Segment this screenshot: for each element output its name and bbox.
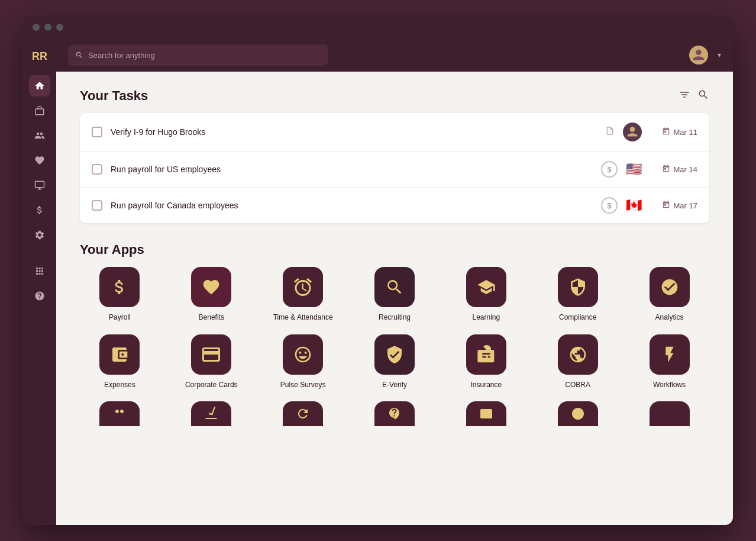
sidebar-item-people[interactable] xyxy=(29,125,50,146)
app-item-partial-7[interactable] xyxy=(629,401,709,426)
sidebar-item-addapps[interactable] xyxy=(29,260,50,282)
app-window: RR xyxy=(23,16,733,525)
task-checkbox-2[interactable] xyxy=(92,164,102,175)
app-label-payroll: Payroll xyxy=(109,313,131,323)
search-box[interactable]: Search for anything xyxy=(68,44,328,66)
benefits-icon xyxy=(191,267,231,307)
app-item-payroll[interactable]: Payroll xyxy=(80,267,160,323)
app-label-expenses: Expenses xyxy=(104,381,135,390)
workflows-icon xyxy=(650,334,690,375)
app-label-e-verify: E-Verify xyxy=(382,381,407,390)
sidebar: RR xyxy=(23,38,56,525)
insurance-icon xyxy=(466,334,506,375)
task-checkbox-1[interactable] xyxy=(92,127,102,137)
app-item-partial-6[interactable] xyxy=(538,401,618,426)
table-row: Verify I-9 for Hugo Brooks Mar 11 xyxy=(80,113,709,152)
app-item-partial-1[interactable] xyxy=(80,401,160,426)
task-list: Verify I-9 for Hugo Brooks Mar 11 xyxy=(80,113,709,223)
calendar-icon-1 xyxy=(662,127,670,137)
task-avatar-1 xyxy=(623,123,642,141)
app-item-expenses[interactable]: Expenses xyxy=(80,334,160,390)
apps-section-header: Your Apps xyxy=(80,242,709,257)
document-icon xyxy=(605,126,615,138)
pulse-surveys-icon xyxy=(283,334,323,375)
app-label-corporate-cards: Corporate Cards xyxy=(185,381,238,390)
sidebar-item-settings[interactable] xyxy=(29,224,50,246)
corporate-cards-icon xyxy=(191,334,231,375)
task-date-text-1: Mar 11 xyxy=(674,128,697,137)
tasks-section-header: Your Tasks xyxy=(80,88,709,104)
calendar-icon-2 xyxy=(662,165,670,175)
app-partial-icon-7 xyxy=(650,401,690,426)
task-label-1: Verify I-9 for Hugo Brooks xyxy=(111,127,597,137)
app-label-recruiting: Recruiting xyxy=(379,313,411,323)
app-label-analytics: Analytics xyxy=(655,313,684,323)
learning-icon xyxy=(466,267,506,307)
canada-flag: 🇨🇦 xyxy=(626,198,642,213)
task-date-2: Mar 14 xyxy=(650,165,697,175)
sidebar-item-dollar[interactable] xyxy=(29,199,50,221)
app-item-corporate-cards[interactable]: Corporate Cards xyxy=(172,334,251,390)
app-item-compliance[interactable]: Compliance xyxy=(538,267,618,323)
filter-icon[interactable] xyxy=(679,89,690,104)
search-placeholder: Search for anything xyxy=(88,51,155,60)
app-label-cobra: COBRA xyxy=(565,381,590,390)
app-item-partial-5[interactable] xyxy=(446,401,526,426)
task-checkbox-3[interactable] xyxy=(92,200,102,211)
app-item-pulse-surveys[interactable]: Pulse Surveys xyxy=(263,334,343,390)
app-item-recruiting[interactable]: Recruiting xyxy=(355,267,435,323)
content-wrapper: Search for anything ▾ Your Tasks xyxy=(56,38,733,525)
tasks-title: Your Tasks xyxy=(80,88,148,104)
user-avatar[interactable] xyxy=(689,46,708,65)
time-attendance-icon xyxy=(283,267,323,307)
calendar-icon-3 xyxy=(662,201,670,211)
titlebar-dot-1 xyxy=(33,24,40,31)
main-content: Your Tasks Verify I-9 for Hugo xyxy=(56,72,733,525)
sidebar-item-briefcase[interactable] xyxy=(29,100,50,121)
app-item-partial-3[interactable] xyxy=(263,401,343,426)
app-item-analytics[interactable]: Analytics xyxy=(629,267,709,323)
app-item-e-verify[interactable]: E-Verify xyxy=(355,334,435,390)
table-row: Run payroll for US employees $ 🇺🇸 Mar 14 xyxy=(80,152,709,188)
cobra-icon xyxy=(558,334,598,375)
payroll-icon xyxy=(99,267,140,307)
compliance-icon xyxy=(558,267,598,307)
apps-grid-row-1: Payroll Benefits Time & Atte xyxy=(80,267,709,323)
app-partial-icon-5 xyxy=(466,401,506,426)
app-label-compliance: Compliance xyxy=(559,313,596,323)
sidebar-item-help[interactable] xyxy=(29,285,50,307)
apps-grid-row-3 xyxy=(80,401,709,426)
svg-point-1 xyxy=(630,127,635,132)
sidebar-item-heart[interactable] xyxy=(29,150,50,171)
app-item-partial-2[interactable] xyxy=(172,401,251,426)
apps-title: Your Apps xyxy=(80,242,144,257)
sidebar-divider xyxy=(31,253,49,253)
app-label-workflows: Workflows xyxy=(653,381,686,390)
sidebar-item-home[interactable] xyxy=(29,75,50,96)
app-item-cobra[interactable]: COBRA xyxy=(538,334,618,390)
task-label-2: Run payroll for US employees xyxy=(111,165,593,174)
us-flag: 🇺🇸 xyxy=(626,162,642,177)
search-tasks-icon[interactable] xyxy=(697,89,709,104)
analytics-icon xyxy=(650,267,690,307)
app-item-learning[interactable]: Learning xyxy=(446,267,526,323)
main-layout: RR xyxy=(23,38,733,525)
app-item-insurance[interactable]: Insurance xyxy=(446,334,526,390)
task-date-text-2: Mar 14 xyxy=(674,165,697,174)
app-item-workflows[interactable]: Workflows xyxy=(629,334,709,390)
task-date-text-3: Mar 17 xyxy=(674,201,697,210)
app-label-pulse-surveys: Pulse Surveys xyxy=(280,381,326,390)
app-item-partial-4[interactable] xyxy=(355,401,435,426)
app-partial-icon-2 xyxy=(191,401,231,426)
app-item-time-attendance[interactable]: Time & Attendance xyxy=(263,267,343,323)
app-label-time-attendance: Time & Attendance xyxy=(273,313,333,323)
sidebar-item-monitor[interactable] xyxy=(29,175,50,196)
user-menu-chevron[interactable]: ▾ xyxy=(718,51,721,59)
app-item-benefits[interactable]: Benefits xyxy=(172,267,251,323)
dollar-circle-icon-2: $ xyxy=(601,161,618,178)
tasks-actions xyxy=(679,89,709,104)
app-partial-icon-1 xyxy=(99,401,140,426)
task-label-3: Run payroll for Canada employees xyxy=(111,201,593,210)
app-label-learning: Learning xyxy=(472,313,500,323)
titlebar-dot-2 xyxy=(44,24,51,31)
